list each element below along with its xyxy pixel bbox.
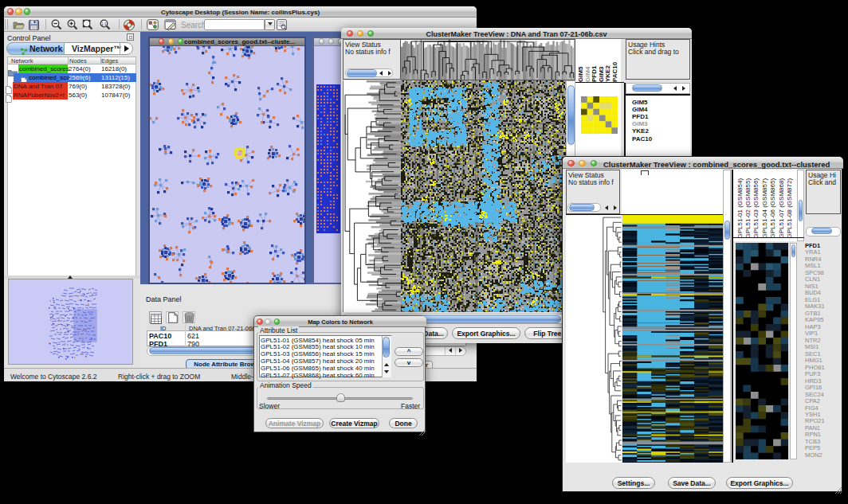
svg-text:1:1: 1:1 bbox=[101, 22, 107, 26]
